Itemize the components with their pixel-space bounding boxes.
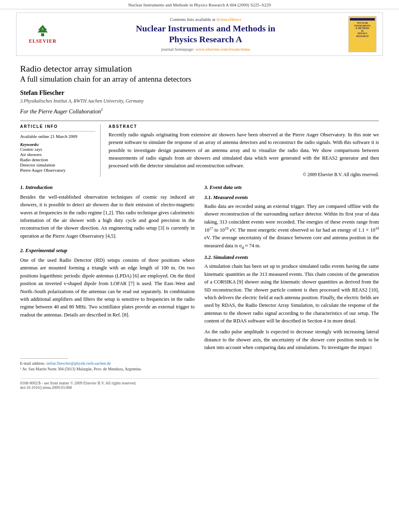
journal-header: ELSEVIER Contents lists available at Sci…: [16, 12, 383, 56]
section1-text: Besides the well-established observation…: [20, 193, 195, 240]
keyword-item: Pierre Auger Observatory: [20, 168, 95, 173]
bottom-left: 0168-9002/$ - see front matter © 2009 El…: [20, 381, 136, 390]
info-abstract-row: ARTICLE INFO Available online 21 March 2…: [20, 121, 379, 177]
author-name: Stefan Fliescher: [20, 89, 379, 97]
col-left: 1. Introduction Besides the well-establi…: [20, 184, 195, 372]
journal-header-right: NUCLEARINSTRUMENTS& METHODSINPHYSICSRESE…: [346, 16, 378, 52]
keyword-item: Radio detection: [20, 157, 95, 162]
footnotes: E-mail address: stefan.fliescher@physik.…: [20, 322, 195, 372]
collaboration-line: For the Pierre Auger Collaboration1: [20, 107, 379, 115]
author-affiliation: 3.Physikalisches Institut A, RWTH Aachen…: [20, 98, 379, 104]
elsevier-text: ELSEVIER: [29, 38, 57, 44]
journal-citation: Nuclear Instruments and Methods in Physi…: [128, 2, 271, 7]
info-divider: [20, 131, 95, 131]
keyword-item: Cosmic rays: [20, 147, 95, 152]
col-right: 3. Event data sets 3.1. Measured events …: [204, 184, 379, 372]
keyword-item: Detector simulation: [20, 162, 95, 167]
journal-header-center: Contents lists available at ScienceDirec…: [65, 17, 346, 51]
svg-rect-0: [41, 33, 44, 37]
article-info-column: ARTICLE INFO Available online 21 March 2…: [20, 124, 101, 177]
email-link[interactable]: stefan.fliescher@physik.rwth-aachen.de: [46, 361, 111, 366]
journal-homepage: journal homepage: www.elsevier.com/locat…: [65, 47, 346, 51]
abstract-column: ABSTRACT Recently radio signals originat…: [109, 124, 379, 177]
footnote-divider: [20, 358, 68, 359]
section3-title: 3. Event data sets: [204, 184, 379, 191]
footnote-1: ¹ Av. San Martin Norte 304 (5613) Malarg…: [20, 366, 195, 372]
footnote-email: E-mail address: stefan.fliescher@physik.…: [20, 361, 195, 366]
keyword-item: Air showers: [20, 152, 95, 157]
abstract-text: Recently radio signals originating from …: [109, 131, 379, 170]
section2-container: 2. Experimental setup One of the used Ra…: [20, 247, 195, 319]
section3-text3: As the radio pulse amplitude is expected…: [204, 328, 379, 351]
journal-header-left: ELSEVIER: [21, 24, 65, 44]
bottom-bar: 0168-9002/$ - see front matter © 2009 El…: [20, 378, 379, 392]
journal-title: Nuclear Instruments and Methods in Physi…: [65, 23, 346, 45]
section3-text1: Radio data are recorded using an externa…: [204, 203, 379, 251]
keywords-label: Keywords:: [20, 142, 95, 147]
keywords-list: Cosmic rays Air showers Radio detection …: [20, 147, 95, 173]
section3-text2: A simulation chain has been set up to pr…: [204, 263, 379, 325]
article-body: Radio detector array simulation A full s…: [20, 63, 379, 372]
article-info-heading: ARTICLE INFO: [20, 124, 95, 129]
two-col-body: 1. Introduction Besides the well-establi…: [20, 184, 379, 372]
elsevier-logo: ELSEVIER: [25, 24, 61, 44]
sciencedirect-link[interactable]: ScienceDirect: [216, 17, 241, 22]
elsevier-tree-icon: [31, 24, 55, 37]
homepage-link[interactable]: www.elsevier.com/locate/nima: [195, 47, 250, 51]
section2-text: One of the used Radio Detector (RD) setu…: [20, 257, 195, 319]
section1-title: 1. Introduction: [20, 184, 195, 191]
section3-sub1-title: 3.1. Measured events: [204, 195, 379, 201]
abstract-copyright: © 2009 Elsevier B.V. All rights reserved…: [109, 172, 379, 177]
cover-title: NUCLEARINSTRUMENTS& METHODSINPHYSICSRESE…: [354, 22, 370, 38]
sciencedirect-line: Contents lists available at ScienceDirec…: [65, 17, 346, 22]
cover-stripe: [350, 18, 375, 21]
svg-rect-3: [42, 28, 43, 30]
section2-title: 2. Experimental setup: [20, 247, 195, 254]
journal-cover: NUCLEARINSTRUMENTS& METHODSINPHYSICSRESE…: [348, 16, 376, 52]
abstract-heading: ABSTRACT: [109, 124, 379, 129]
collab-sup: 1: [101, 107, 103, 112]
section3-sub2-title: 3.2. Simulated events: [204, 255, 379, 261]
article-title: Radio detector array simulation A full s…: [20, 63, 379, 84]
available-online: Available online 21 March 2009: [20, 134, 95, 139]
top-bar: Nuclear Instruments and Methods in Physi…: [0, 0, 399, 9]
